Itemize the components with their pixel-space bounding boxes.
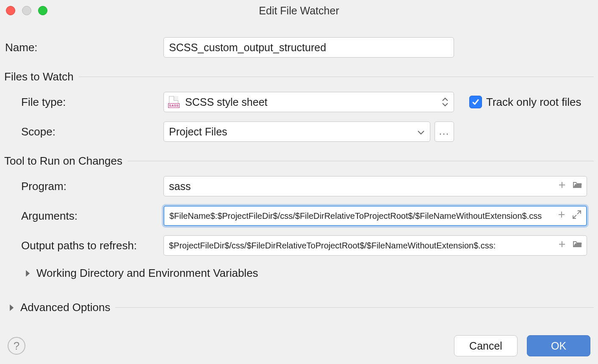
close-window-button[interactable] [6, 6, 15, 15]
name-label: Name: [4, 41, 163, 54]
dialog-window: Edit File Watcher Name: Files to Watch F… [0, 0, 598, 364]
section-label: Files to Watch [4, 70, 74, 83]
browse-folder-icon[interactable] [572, 239, 582, 252]
program-input[interactable]: sass [163, 176, 587, 196]
browse-folder-icon[interactable] [572, 180, 582, 193]
scope-row: Scope: Project Files ... [4, 121, 594, 142]
insert-macro-icon[interactable] [557, 239, 567, 252]
section-files-to-watch: Files to Watch [4, 70, 594, 83]
chevron-updown-icon [442, 97, 448, 107]
section-divider [79, 77, 594, 77]
scope-browse-button[interactable]: ... [435, 121, 454, 142]
output-paths-row: Output paths to refresh: $ProjectFileDir… [4, 235, 594, 256]
program-row: Program: sass [4, 176, 594, 196]
arguments-value: $FileName$:$ProjectFileDir$/css/$FileDir… [169, 211, 556, 221]
section-divider [127, 161, 594, 161]
output-paths-input[interactable]: $ProjectFileDir$/css/$FileDirRelativeToP… [163, 235, 587, 256]
zoom-window-button[interactable] [38, 6, 47, 15]
section-label: Tool to Run on Changes [4, 154, 122, 168]
scope-value: Project Files [169, 126, 227, 138]
section-divider [115, 307, 594, 308]
arguments-row: Arguments: $FileName$:$ProjectFileDir$/c… [4, 206, 594, 226]
program-label: Program: [4, 180, 163, 193]
track-root-label: Track only root files [486, 96, 581, 109]
advanced-disclosure[interactable]: Advanced Options [8, 301, 110, 314]
track-root-checkbox-wrap: Track only root files [469, 96, 581, 109]
help-button[interactable]: ? [8, 337, 25, 355]
working-dir-row: Working Directory and Environment Variab… [4, 267, 594, 280]
name-row: Name: [4, 37, 594, 58]
file-type-row: File type: SASS SCSS style sheet [4, 92, 594, 112]
section-label: Advanced Options [20, 301, 110, 314]
section-tool-to-run: Tool to Run on Changes [4, 154, 594, 168]
minimize-window-button[interactable] [22, 6, 31, 15]
working-dir-label: Working Directory and Environment Variab… [36, 267, 258, 280]
file-type-value: SCSS style sheet [185, 96, 268, 108]
scope-select[interactable]: Project Files [163, 121, 430, 142]
file-type-select[interactable]: SASS SCSS style sheet [163, 92, 454, 112]
titlebar: Edit File Watcher [0, 0, 598, 21]
section-advanced: Advanced Options [8, 301, 594, 314]
arguments-input[interactable]: $FileName$:$ProjectFileDir$/css/$FileDir… [163, 206, 587, 226]
track-root-checkbox[interactable] [469, 96, 482, 108]
chevron-right-icon [25, 270, 30, 277]
window-title: Edit File Watcher [259, 5, 339, 17]
cancel-button[interactable]: Cancel [454, 335, 518, 356]
output-paths-label: Output paths to refresh: [4, 239, 163, 252]
expand-icon[interactable] [572, 210, 582, 222]
insert-macro-icon[interactable] [556, 210, 567, 222]
scope-label: Scope: [4, 125, 163, 138]
arguments-label: Arguments: [4, 210, 163, 223]
window-controls [6, 6, 47, 15]
sass-file-icon: SASS [169, 96, 181, 108]
working-dir-disclosure[interactable]: Working Directory and Environment Variab… [25, 267, 258, 280]
ok-button[interactable]: OK [527, 335, 590, 356]
output-paths-value: $ProjectFileDir$/css/$FileDirRelativeToP… [169, 241, 557, 251]
insert-macro-icon[interactable] [557, 180, 567, 193]
chevron-right-icon [8, 304, 14, 312]
name-input[interactable] [163, 37, 454, 58]
chevron-down-icon [417, 126, 425, 138]
program-value: sass [169, 180, 557, 193]
dialog-content: Name: Files to Watch File type: SASS SCS… [0, 21, 598, 314]
file-type-label: File type: [4, 96, 163, 109]
dialog-footer: ? Cancel OK [0, 335, 598, 356]
